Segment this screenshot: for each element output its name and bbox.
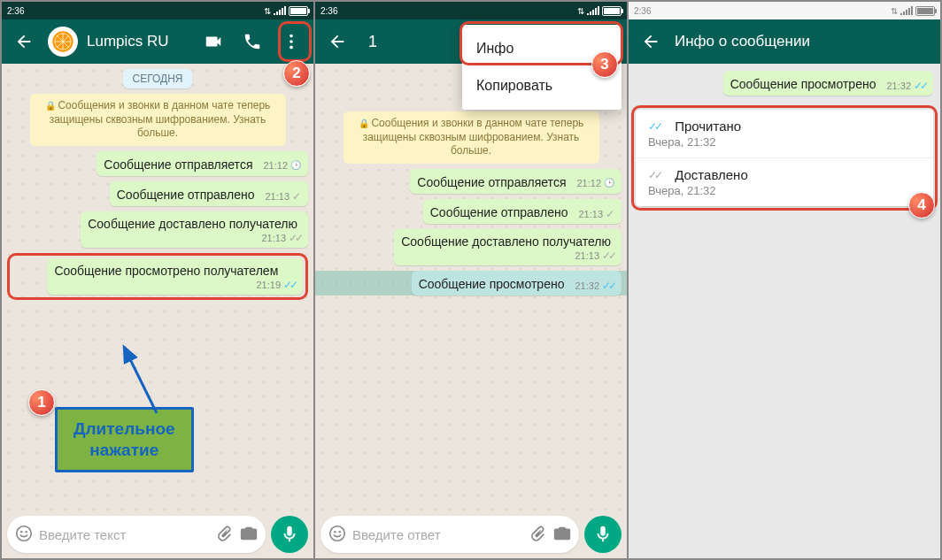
contact-name[interactable]: Lumpics RU [87,33,189,50]
status-clock: 2:36 [7,6,24,16]
emoji-icon[interactable] [328,524,347,546]
info-message: Сообщение просмотрено 21:32✓✓ [636,71,933,96]
emoji-icon[interactable] [14,524,34,546]
encryption-banner[interactable]: Сообщения и звонки в данном чате теперь … [30,94,286,146]
annotation-badge-3: 3 [591,51,618,78]
check-icon: ✓ [292,190,301,203]
svg-point-11 [339,530,341,532]
input-bar: Введите текст [2,510,313,558]
svg-point-10 [334,530,336,532]
info-header: Инфо о сообщении [629,19,940,64]
back-icon[interactable] [322,27,352,57]
avatar[interactable] [48,27,78,57]
annotation-badge-1: 1 [28,389,55,416]
info-list-wrap: ✓✓ Прочитано Вчера, 21:32 ✓✓ Доставлено … [636,110,933,206]
page-title: Инфо о сообщении [675,33,933,50]
message-text: Сообщение отправлено [430,205,572,219]
mic-button[interactable] [271,516,308,553]
attach-icon[interactable] [528,524,547,546]
annotation-badge-2: 2 [283,60,310,87]
status-clock: 2:36 [634,6,651,16]
input-placeholder: Введите текст [39,527,209,542]
clock-icon: 🕒 [604,178,614,188]
status-clock: 2:36 [320,6,337,16]
svg-line-5 [124,347,157,413]
message-row[interactable]: Сообщение доставлено получателю 21:13✓✓ [320,229,622,265]
status-bar: 2:36 ⇅ [629,2,940,19]
input-bar: Введите ответ [315,510,627,558]
annotation-highlight-info [631,105,938,211]
message-text: Сообщение доставлено получателю [401,234,614,249]
message-row[interactable]: Сообщение отправлено 21:13✓ [7,181,308,206]
status-icons: ⇅ [264,5,308,17]
doublecheck-blue-icon: ✓✓ [283,279,296,291]
chat-body[interactable]: Сообщения и звонки в данном чате теперь … [315,64,627,510]
message-text: Сообщение отправляется [104,157,256,172]
status-icons: ⇅ [577,5,622,17]
annotation-badge-4: 4 [908,192,935,219]
message-row[interactable]: Сообщение отправляется 21:12🕒 [320,169,622,194]
back-icon[interactable] [9,27,39,57]
doublecheck-icon: ✓✓ [289,232,301,244]
selection-count: 1 [368,33,377,51]
annotation-highlight-more [278,21,312,62]
videocall-icon[interactable] [198,27,228,57]
mic-button[interactable] [584,516,622,553]
status-bar: 2:36 ⇅ [315,2,627,19]
message-row[interactable]: Сообщение отправляется 21:12🕒 [7,151,308,176]
camera-icon[interactable] [239,524,259,546]
message-text: Сообщение отправлено [117,188,259,202]
message-row[interactable]: Сообщение отправлено 21:13✓ [320,199,622,224]
check-icon: ✓ [606,208,614,220]
doublecheck-icon: ✓✓ [602,249,614,262]
back-icon[interactable] [636,27,666,57]
message-text: Сообщение просмотрено получателем [54,264,296,278]
call-icon[interactable] [237,27,267,57]
panel-chat: 2:36 ⇅ Lumpics RU 2 СЕГОДНЯ Сообщения и … [2,2,315,558]
message-row[interactable]: Сообщение доставлено получателю 21:13✓✓ [7,211,308,248]
panel-info: 2:36 ⇅ Инфо о сообщении Сообщение просмо… [629,2,940,558]
encryption-banner[interactable]: Сообщения и звонки в данном чате теперь … [344,111,599,164]
svg-point-9 [330,525,345,541]
message-text: Сообщение отправляется [417,175,569,189]
svg-point-8 [26,530,27,532]
camera-icon[interactable] [552,524,572,546]
message-text: Сообщение доставлено получателю [88,217,301,231]
status-bar: 2:36 ⇅ [2,2,313,19]
panel-selection: 2:36 ⇅ 1 Инфо Копировать 3 Сообщения и з… [315,2,629,558]
attach-icon[interactable] [214,524,234,546]
message-input[interactable]: Введите ответ [320,516,579,553]
status-icons: ⇅ [891,5,935,17]
doublecheck-blue-icon: ✓✓ [602,280,614,292]
chat-header: Lumpics RU [2,19,313,64]
doublecheck-blue-icon: ✓✓ [914,80,926,92]
svg-point-6 [17,525,32,541]
annotation-highlight-message: Сообщение просмотрено получателем 21:19✓… [7,253,308,300]
message-text: Сообщение просмотрено [419,277,568,291]
message-text: Сообщение просмотрено [730,77,880,91]
clock-icon: 🕒 [290,160,301,170]
message-input[interactable]: Введите текст [7,516,266,553]
annotation-arrow [108,338,188,418]
info-body: Сообщение просмотрено 21:32✓✓ ✓✓ Прочита… [629,64,940,558]
input-placeholder: Введите ответ [352,527,522,542]
chat-body[interactable]: СЕГОДНЯ Сообщения и звонки в данном чате… [2,64,313,510]
message-row-selected[interactable]: Сообщение просмотрено 21:32✓✓ [315,271,627,295]
date-chip: СЕГОДНЯ [123,69,191,88]
svg-point-7 [20,530,22,532]
